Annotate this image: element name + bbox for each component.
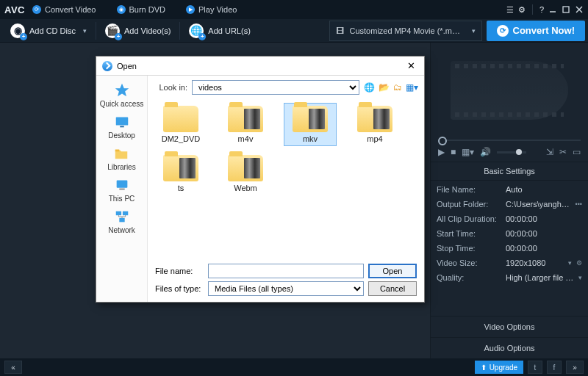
tab-convert-label: Convert Video (45, 5, 96, 14)
refresh-icon: ⟳ (497, 25, 509, 37)
separator (532, 4, 533, 15)
value: 00:00:00 (506, 214, 582, 223)
output-format-selector[interactable]: 🎞 Customized MP4 Movie (*.mp4) ▾ (329, 21, 482, 41)
video-options-button[interactable]: Video Options (431, 316, 588, 337)
add-cd-disc-button[interactable]: ◉Add CD Disc▾ (3, 21, 94, 41)
value[interactable]: High (Larger file size) (506, 273, 574, 282)
twitter-icon[interactable]: t (528, 361, 542, 374)
folder-item[interactable]: ts (155, 153, 207, 195)
prev-page-button[interactable]: « (4, 361, 22, 374)
gear-icon[interactable]: ⚙ (518, 5, 526, 15)
folder-label: ts (178, 184, 184, 192)
folder-label: DM2_DVD (162, 134, 201, 143)
browse-icon[interactable]: ••• (576, 200, 582, 208)
volume-icon[interactable]: 🔊 (480, 147, 491, 157)
value[interactable]: C:\Users\yangh\Videos... (506, 200, 571, 209)
basic-settings: File Name:Auto Output Folder:C:\Users\ya… (431, 181, 588, 286)
cancel-button[interactable]: Cancel (368, 281, 417, 296)
minimize-button[interactable] (548, 5, 557, 14)
place-network[interactable]: Network (108, 206, 135, 236)
setting-quality: Quality:High (Larger file size)▾ (437, 270, 582, 285)
place-quick-access[interactable]: Quick access (100, 80, 143, 110)
add-videos-button[interactable]: 🎬Add Video(s) (98, 21, 178, 41)
open-button[interactable]: Open (368, 264, 417, 278)
add-cd-label: Add CD Disc (29, 26, 76, 35)
chevron-down-icon[interactable]: ▾ (568, 259, 572, 267)
value[interactable]: 1920x1080 (506, 258, 564, 267)
next-page-button[interactable]: » (566, 361, 584, 374)
app-logo: AVC (4, 4, 25, 15)
place-libraries[interactable]: Libraries (107, 143, 135, 173)
chevron-down-icon: ▾ (472, 27, 476, 35)
setting-clip-duration: All Clip Duration:00:00:00 (437, 212, 582, 226)
folder-item[interactable]: DM2_DVD (155, 104, 207, 145)
snapshot-button[interactable]: ▦▾ (462, 147, 474, 157)
filename-label: File name: (155, 267, 204, 275)
new-folder-icon[interactable]: 🗂 (393, 82, 402, 93)
folder-item[interactable]: Webm (220, 153, 271, 195)
close-button[interactable] (575, 5, 584, 14)
facebook-icon[interactable]: f (547, 361, 562, 374)
menu-icon[interactable]: ☰ (506, 5, 514, 15)
preview-area (431, 43, 588, 138)
chevron-down-icon[interactable]: ▾ (578, 274, 582, 281)
place-desktop[interactable]: Desktop (108, 112, 135, 142)
burn-icon: ◉ (117, 5, 126, 14)
svg-rect-12 (119, 218, 124, 223)
folder-item[interactable]: m4v (220, 104, 271, 145)
value[interactable]: 00:00:00 (506, 229, 582, 238)
folder-label: m4v (238, 134, 254, 143)
place-this-pc[interactable]: This PC (109, 175, 135, 205)
gear-icon[interactable]: ⚙ (576, 259, 582, 267)
maximize-button[interactable] (562, 5, 570, 14)
back-icon[interactable]: 🌐 (364, 82, 375, 93)
view-menu-icon[interactable]: ▦▾ (406, 82, 418, 93)
preview-stop-button[interactable]: ■ (451, 147, 456, 157)
side-panel: ▶ ■ ▦▾ 🔊 ⇲ ✂ ▭ Basic Settings File Name:… (430, 43, 588, 358)
setting-video-size: Video Size:1920x1080▾⚙ (437, 256, 582, 270)
convert-icon: ⟳ (32, 5, 41, 14)
add-urls-button[interactable]: 🌐Add URL(s) (182, 21, 257, 41)
separator (179, 22, 180, 40)
svg-rect-11 (122, 212, 127, 216)
basic-settings-header: Basic Settings (431, 162, 588, 181)
preview-play-button[interactable]: ▶ (438, 147, 445, 157)
tab-convert-video[interactable]: ⟳Convert Video (32, 5, 96, 14)
file-list[interactable]: DM2_DVDm4vmkvmp4tsWebm (148, 99, 424, 258)
value[interactable]: Auto (506, 185, 582, 194)
svg-marker-4 (115, 84, 128, 96)
svg-rect-8 (116, 181, 127, 188)
up-folder-icon[interactable]: 📂 (379, 82, 390, 93)
help-icon[interactable]: ? (539, 5, 544, 14)
upgrade-button[interactable]: ⬆Upgrade (475, 361, 523, 374)
edit-icon[interactable]: ▭ (573, 147, 581, 157)
folder-icon (163, 106, 198, 132)
label: Video Size: (437, 258, 503, 267)
filetype-select[interactable]: Media Files (all types) (208, 281, 364, 296)
audio-options-button[interactable]: Audio Options (431, 337, 588, 358)
folder-item[interactable]: mp4 (349, 104, 401, 145)
convert-now-button[interactable]: ⟳Convert Now! (487, 21, 586, 41)
value[interactable]: 00:00:00 (506, 244, 582, 253)
folder-item[interactable]: mkv (284, 104, 336, 145)
dialog-title-bar[interactable]: Open ✕ (96, 57, 424, 76)
label: Quality: (437, 273, 503, 282)
volume-slider[interactable] (497, 151, 526, 153)
tab-burn-dvd[interactable]: ◉Burn DVD (117, 5, 166, 14)
tab-play-video[interactable]: ▶Play Video (186, 5, 237, 14)
label: File Name: (437, 185, 503, 194)
detach-icon[interactable]: ⇲ (546, 147, 553, 157)
folder-icon (293, 106, 328, 132)
place-label: This PC (109, 195, 135, 203)
folder-label: mkv (303, 134, 318, 143)
dialog-close-button[interactable]: ✕ (404, 59, 418, 73)
lookin-select[interactable]: videos (192, 80, 359, 95)
cut-icon[interactable]: ✂ (559, 147, 567, 157)
video-plus-icon: 🎬 (105, 24, 120, 38)
main-toolbar: ◉Add CD Disc▾ 🎬Add Video(s) 🌐Add URL(s) … (0, 19, 588, 43)
filename-input[interactable] (208, 264, 364, 278)
globe-plus-icon: 🌐 (189, 24, 204, 38)
filetype-label: Files of type: (155, 284, 204, 293)
folder-icon (228, 155, 263, 181)
label: Start Time: (437, 229, 503, 238)
